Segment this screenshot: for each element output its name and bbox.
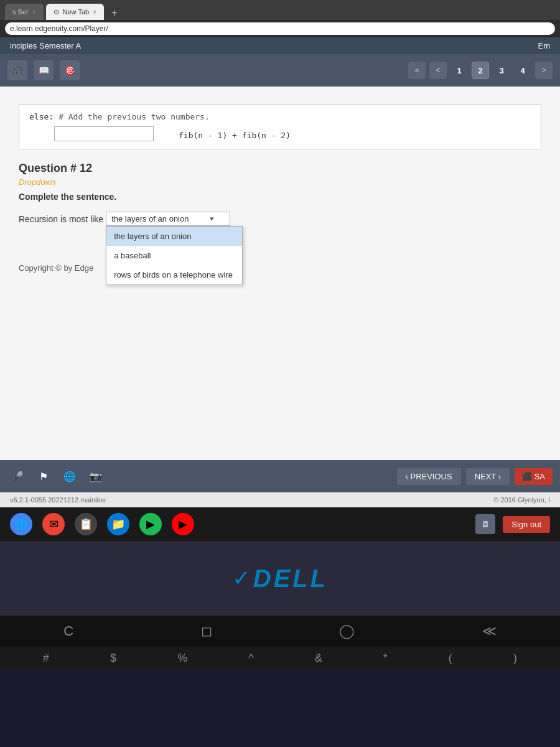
nav-double-prev-button[interactable]: «	[408, 62, 426, 79]
android-back-button[interactable]: C	[63, 623, 73, 639]
android-multitask-button[interactable]: ◻	[201, 623, 212, 639]
page-header: inciples Semester A Em	[0, 37, 560, 54]
top-toolbar: 🎧 📖 🎯 « < 1 2 3 4 >	[0, 54, 560, 87]
dell-branding-area: ✓ DELL	[0, 541, 560, 616]
else-label: else:	[29, 112, 54, 121]
footer-copyright: © 2016 Glynlyon, I	[493, 496, 550, 504]
taskbar-mail-icon[interactable]: ✉	[42, 513, 65, 535]
taskbar-play2-icon[interactable]: ▶	[172, 513, 194, 535]
content-footer: v6.2.1-0055.20221212.mainline © 2016 Gly…	[0, 492, 560, 507]
bottom-left-icons: 🎤 ⚑ 🌐 📷	[7, 466, 106, 486]
android-nav-bar: C ◻ ◯ ≪	[0, 616, 560, 647]
sentence-prefix: Recursion is most like	[19, 214, 103, 224]
page-navigation: « < 1 2 3 4 >	[408, 62, 553, 79]
taskbar-right: 🖥 Sign out	[475, 514, 550, 534]
tab-label: s Ser	[12, 8, 29, 16]
code-input-field[interactable]	[54, 126, 154, 141]
dell-check-icon: ✓	[232, 565, 251, 591]
page-3-button[interactable]: 3	[493, 62, 510, 79]
android-menu-button[interactable]: ≪	[482, 623, 497, 639]
dropdown-arrow-icon: ▼	[208, 215, 215, 222]
key-close-paren: )	[513, 652, 517, 665]
bottom-toolbar: 🎤 ⚑ 🌐 📷 ‹ PREVIOUS NEXT › ⬛ SA	[0, 460, 560, 492]
flag-icon[interactable]: ⚑	[34, 466, 54, 486]
dropdown-item-onion[interactable]: the layers of an onion	[106, 227, 242, 246]
code-comment: # Add the previous two numbers.	[58, 112, 210, 121]
book-icon[interactable]: 📖	[34, 60, 54, 80]
page-header-title: inciples Semester A	[10, 41, 81, 50]
globe-icon: ⊙	[54, 8, 59, 16]
dropdown-selected-value[interactable]: the layers of an onion ▼	[106, 212, 230, 226]
globe-bottom-icon[interactable]: 🌐	[60, 466, 80, 486]
key-ampersand: &	[315, 652, 322, 665]
taskbar-files-icon[interactable]: 📁	[107, 513, 129, 535]
key-asterisk: *	[383, 652, 388, 665]
address-input[interactable]	[5, 22, 555, 35]
dropdown-menu: the layers of an onion a baseball rows o…	[106, 226, 243, 285]
content-card: else: # Add the previous two numbers. fi…	[0, 87, 560, 460]
tab-close-new-icon[interactable]: ×	[93, 9, 96, 16]
nav-prev-button[interactable]: <	[429, 62, 447, 79]
taskbar-notes-icon[interactable]: 📋	[75, 513, 97, 535]
main-content: 🎧 📖 🎯 « < 1 2 3 4 > else: # Add the prev…	[0, 54, 560, 507]
page-4-button[interactable]: 4	[514, 62, 531, 79]
dell-logo: DELL	[253, 565, 328, 593]
version-text: v6.2.1-0055.20221212.mainline	[10, 496, 106, 504]
page-header-right: Em	[538, 41, 551, 50]
tab-label-new: New Tab	[63, 8, 90, 16]
keyboard-hint-row: # $ % ^ & * ( )	[0, 647, 560, 669]
question-number: Question # 12	[19, 162, 541, 175]
sign-out-button[interactable]: Sign out	[503, 516, 550, 533]
fib-expression: fib(n - 1) + fib(n - 2)	[179, 131, 291, 140]
tab-close-icon[interactable]: ×	[32, 9, 36, 16]
key-percent: %	[177, 652, 187, 665]
save-button[interactable]: ⬛ SA	[515, 468, 553, 485]
taskbar-screen-icon[interactable]: 🖥	[475, 514, 495, 534]
question-instruction: Complete the sentence.	[19, 192, 541, 202]
key-caret: ^	[248, 652, 253, 665]
key-dollar: $	[110, 652, 116, 665]
answer-dropdown-wrapper[interactable]: the layers of an onion ▼ the layers of a…	[106, 212, 230, 226]
camera-icon[interactable]: 📷	[86, 466, 106, 486]
copyright-line: Copyright © by Edge	[19, 263, 541, 273]
taskbar: 🌐 ✉ 📋 📁 ▶ ▶ 🖥 Sign out	[0, 507, 560, 541]
taskbar-play1-icon[interactable]: ▶	[139, 513, 162, 535]
tab-new-tab[interactable]: ⊙ New Tab ×	[46, 4, 104, 20]
target-icon[interactable]: 🎯	[60, 60, 80, 80]
android-home-button[interactable]: ◯	[339, 623, 355, 639]
new-tab-button[interactable]: +	[106, 6, 122, 20]
dropdown-item-baseball[interactable]: a baseball	[106, 246, 242, 265]
tab-bar: s Ser × ⊙ New Tab × +	[0, 0, 560, 20]
code-block: else: # Add the previous two numbers. fi…	[19, 104, 541, 149]
key-open-paren: (	[449, 652, 452, 665]
address-bar	[0, 20, 560, 37]
question-section: Question # 12 Dropdown Complete the sent…	[19, 162, 541, 273]
headphone-icon[interactable]: 🎧	[7, 60, 27, 80]
next-button[interactable]: NEXT ›	[466, 468, 510, 485]
browser-chrome: s Ser × ⊙ New Tab × +	[0, 0, 560, 37]
page-2-button[interactable]: 2	[472, 62, 489, 79]
nav-next-button[interactable]: >	[535, 62, 553, 79]
question-type: Dropdown	[19, 177, 541, 187]
key-hash: #	[43, 652, 49, 665]
bottom-right-buttons: ‹ PREVIOUS NEXT › ⬛ SA	[397, 468, 553, 485]
previous-button[interactable]: ‹ PREVIOUS	[397, 468, 461, 485]
selected-text: the layers of an onion	[111, 214, 189, 223]
sentence-row: Recursion is most like the layers of an …	[19, 212, 541, 226]
else-line: else: # Add the previous two numbers.	[29, 112, 531, 121]
taskbar-chrome-icon[interactable]: 🌐	[10, 513, 32, 535]
dropdown-item-birds[interactable]: rows of birds on a telephone wire	[106, 265, 242, 284]
mic-icon[interactable]: 🎤	[7, 466, 27, 486]
page-1-button[interactable]: 1	[450, 62, 468, 79]
tab-s-ser[interactable]: s Ser ×	[5, 4, 44, 20]
